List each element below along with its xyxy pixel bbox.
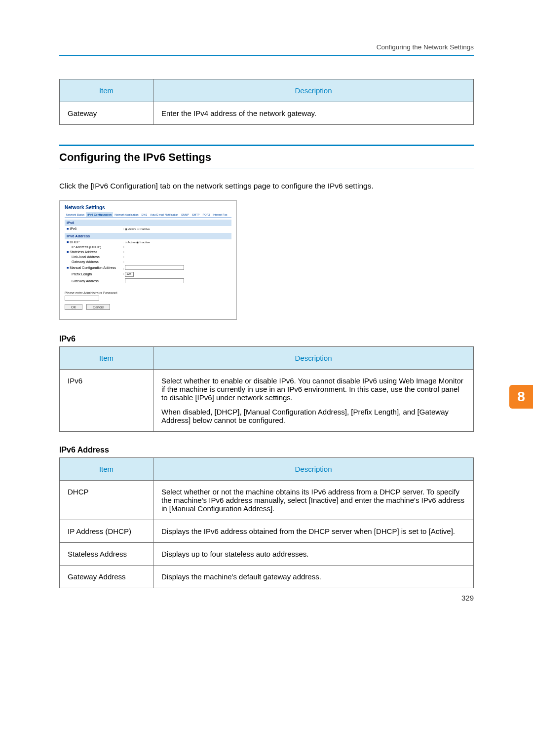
- subhead-ipv6addr: IPv6 Address: [59, 446, 474, 454]
- tab-dns[interactable]: DNS: [140, 212, 149, 217]
- linklocal-label: Link-local Address: [67, 255, 123, 259]
- screenshot-bar-ipv6addr: IPv6 Address: [65, 233, 231, 239]
- tab-ifax[interactable]: Internet Fax: [211, 212, 228, 217]
- linklocal-val: :: [123, 255, 124, 258]
- cell-item: IPv6: [60, 370, 153, 432]
- admin-password-field[interactable]: [65, 296, 99, 301]
- cell-desc: Select whether to enable or disable IPv6…: [153, 370, 474, 432]
- cell-desc: Displays the machine's default gateway a…: [153, 566, 474, 588]
- prefix-label: Prefix Length: [67, 272, 123, 276]
- screenshot-bar-ipv6: IPv6: [65, 220, 231, 226]
- radio-dhcp-active[interactable]: Active: [125, 241, 135, 244]
- dhcp-label: DHCP: [67, 240, 123, 244]
- table-row: Gateway Enter the IPv4 address of the ne…: [60, 102, 474, 125]
- th-desc: Description: [153, 347, 474, 370]
- radio-dhcp-inactive[interactable]: Inactive: [136, 241, 150, 244]
- th-item: Item: [60, 79, 153, 102]
- ok-button[interactable]: OK: [65, 304, 82, 310]
- tab-network-status[interactable]: Network Status: [65, 212, 86, 217]
- ga-label: Gateway Address: [67, 260, 123, 264]
- radio-active[interactable]: Active: [125, 227, 136, 230]
- table-ipv6addr: Item Description DHCP Select whether or …: [59, 457, 474, 588]
- th-item: Item: [60, 347, 153, 370]
- cell-item: DHCP: [60, 481, 153, 520]
- screenshot-title: Network Settings: [65, 205, 231, 210]
- cancel-button[interactable]: Cancel: [86, 304, 110, 310]
- table-row: Stateless Address Displays up to four st…: [60, 543, 474, 566]
- subhead-ipv6: IPv6: [59, 335, 474, 343]
- tab-pop3[interactable]: POP3: [201, 212, 211, 217]
- desc-para1: Select whether to enable or disable IPv6…: [161, 377, 465, 402]
- desc-para2: When disabled, [DHCP], [Manual Configura…: [161, 408, 465, 424]
- admin-note: Please enter Administrator Password: [65, 291, 231, 295]
- tab-network-app[interactable]: Network Application: [113, 212, 140, 217]
- table-row: Gateway Address Displays the machine's d…: [60, 566, 474, 588]
- mca-label: Manual Configuration Address: [67, 266, 123, 269]
- screenshot-tabs: Network Status IPv6 Configuration Networ…: [65, 212, 231, 218]
- ga-val: :: [123, 260, 124, 263]
- intro-paragraph: Click the [IPv6 Configuration] tab on th…: [59, 180, 474, 191]
- cell-desc: Displays the IPv6 address obtained from …: [153, 520, 474, 543]
- cell-desc: Enter the IPv4 address of the network ga…: [153, 102, 474, 125]
- tab-snmp[interactable]: SNMP: [180, 212, 190, 217]
- th-desc: Description: [153, 79, 474, 102]
- cell-item: IP Address (DHCP): [60, 520, 153, 543]
- cell-desc: Select whether or not the machine obtain…: [153, 481, 474, 520]
- tab-ipv6-config[interactable]: IPv6 Configuration: [86, 212, 113, 217]
- mca-field[interactable]: [125, 265, 184, 270]
- prefix-field[interactable]: 128: [125, 272, 134, 277]
- ipv6-label: IPv6: [67, 227, 123, 230]
- th-item: Item: [60, 458, 153, 481]
- radio-inactive[interactable]: Inactive: [137, 227, 150, 230]
- table-row: IPv6 Select whether to enable or disable…: [60, 370, 474, 432]
- cell-desc: Displays up to four stateless auto addre…: [153, 543, 474, 566]
- tab-auto-email[interactable]: Auto E-mail Notification: [149, 212, 180, 217]
- header-breadcrumb: Configuring the Network Settings: [377, 43, 474, 51]
- table-row: IP Address (DHCP) Displays the IPv6 addr…: [60, 520, 474, 543]
- ipdhcp-label: IP Address (DHCP): [67, 245, 123, 249]
- table-ipv6: Item Description IPv6 Select whether to …: [59, 346, 474, 432]
- table-row: DHCP Select whether or not the machine o…: [60, 481, 474, 520]
- cell-item: Gateway Address: [60, 566, 153, 588]
- tab-smtp[interactable]: SMTP: [190, 212, 201, 217]
- gaddr-field[interactable]: [125, 278, 184, 283]
- table-gateway: Item Description Gateway Enter the IPv4 …: [59, 79, 474, 125]
- chapter-tab: 8: [509, 385, 533, 409]
- gaddr-label: Gateway Address: [67, 279, 123, 283]
- page-number: 329: [461, 594, 474, 602]
- settings-screenshot: Network Settings Network Status IPv6 Con…: [59, 200, 237, 320]
- stateless-label: Stateless Address: [67, 250, 123, 254]
- cell-item: Stateless Address: [60, 543, 153, 566]
- section-heading: Configuring the IPv6 Settings: [59, 145, 474, 168]
- th-desc: Description: [153, 458, 474, 481]
- header-rule: [59, 55, 474, 56]
- cell-item: Gateway: [60, 102, 153, 125]
